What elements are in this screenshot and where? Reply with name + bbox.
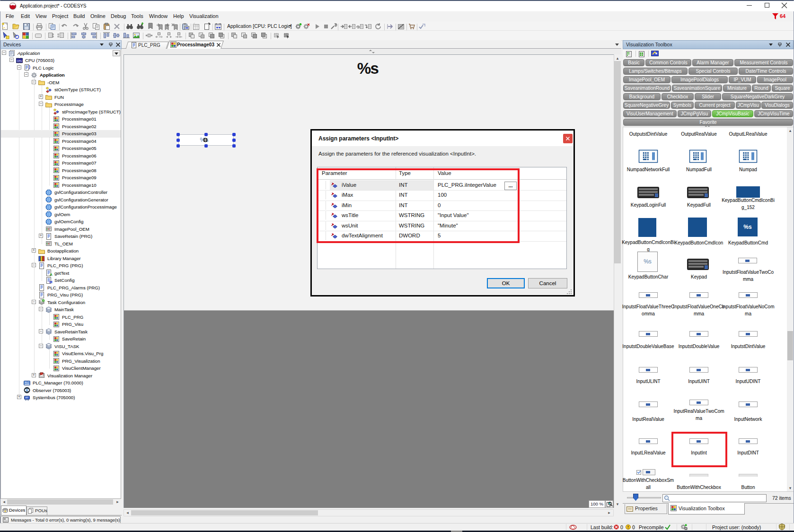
svg-text:CPU: CPU [17,59,22,62]
svg-text:PLC: PLC [25,382,30,384]
svg-text:M: M [49,280,53,284]
svg-text:A: A [50,272,53,277]
